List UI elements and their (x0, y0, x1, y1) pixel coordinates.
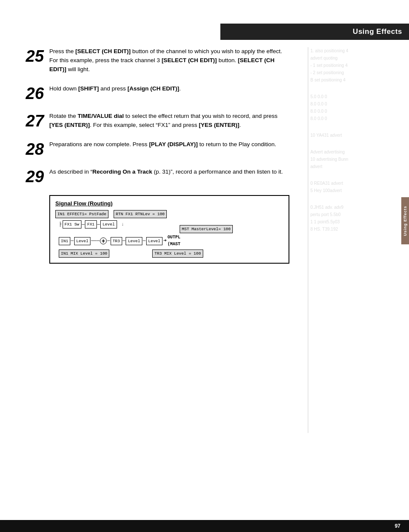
sfbox-level-mst: Level (146, 237, 163, 245)
sfbox-fx1sw: FX1 Sw (63, 220, 81, 228)
side-tab-label: Using Effects (403, 206, 407, 236)
step-number-28: 28 (26, 140, 49, 157)
sfbox-in1: IN1 (59, 237, 70, 245)
signal-row-2: IN1 — Level ——— + — TR3 — Level — Level … (59, 234, 283, 248)
sfbox-fx1: FX1 (85, 220, 96, 228)
header-bar: Using Effects (220, 24, 409, 40)
step-text-25: Press the [SELECT (CH EDIT)] button of t… (49, 47, 289, 74)
yes-enter-ref2: [YES (ENTER)] (199, 122, 240, 128)
sfbox-mix-plus: + (100, 237, 107, 244)
sfbox-level-tr3: Level (126, 237, 142, 245)
step-text-28: Preparations are now complete. Press [PL… (49, 140, 289, 149)
step-28: 28 Preparations are now complete. Press … (26, 140, 388, 157)
sfbox-mst: MST MasterLevel= 100 (180, 225, 233, 233)
sfbox-effect1: IN1 EFFECT1= PstFade (55, 210, 108, 218)
side-tab: Using Effects (401, 197, 409, 244)
step-29: 29 As described in “Recording On a Track… (26, 168, 388, 185)
sfbox-level-fx: Level (100, 220, 117, 228)
signal-flow-title: Signal Flow (Routing) (55, 200, 283, 207)
step-text-27: Rotate the TIME/VALUE dial to select the… (49, 112, 289, 130)
play-display-ref: [PLAY (DISPLAY)] (149, 141, 198, 147)
time-value-dial-ref: TIME/VALUE dial (78, 113, 124, 119)
step-27: 27 Rotate the TIME/VALUE dial to select … (26, 112, 388, 130)
main-content: 25 Press the [SELECT (CH EDIT)] button o… (26, 47, 396, 264)
page-number: 97 (395, 523, 400, 529)
yes-enter-ref1: [YES (ENTER)] (49, 122, 90, 128)
select-ch-edit-ref2: [SELECT (CH EDIT)] (162, 57, 217, 63)
step-number-27: 27 (26, 112, 49, 129)
page-title: Using Effects (353, 27, 402, 36)
sfbox-level-in1: Level (74, 237, 91, 245)
step-number-29: 29 (26, 168, 49, 185)
sfbox-outpl: OUTPL(MAST (168, 234, 180, 248)
step-25: 25 Press the [SELECT (CH EDIT)] button o… (26, 47, 388, 74)
step-26: 26 Hold down [SHIFT] and press [Assign (… (26, 84, 388, 102)
sfbox-tr3: TR3 (111, 237, 122, 245)
step-text-29: As described in “Recording On a Track (p… (49, 168, 289, 177)
assign-ch-edit-ref: [Assign (CH EDIT)] (127, 85, 179, 92)
step-text-26: Hold down [SHIFT] and press [Assign (CH … (49, 84, 289, 93)
recording-on-track-ref: Recording On a Track (93, 168, 153, 175)
sfbox-rtn-fx1: RTN FX1 RTNLev = 100 (114, 210, 167, 218)
footer-bar: 97 (0, 520, 409, 532)
signal-flow-diagram: IN1 EFFECT1= PstFade RTN FX1 RTNLev = 10… (55, 210, 283, 258)
step-number-26: 26 (26, 84, 49, 102)
shift-ref: [SHIFT] (78, 85, 99, 92)
step-number-25: 25 (26, 47, 49, 64)
sfbox-tr3-mix: TR3 MIX Level = 100 (152, 249, 203, 258)
signal-flow-box: Signal Flow (Routing) IN1 EFFECT1= PstFa… (49, 195, 289, 264)
select-ch-edit-ref1: [SELECT (CH EDIT)] (75, 48, 131, 54)
sfbox-in1-mix: IN1 MIX Level = 100 (59, 249, 109, 258)
